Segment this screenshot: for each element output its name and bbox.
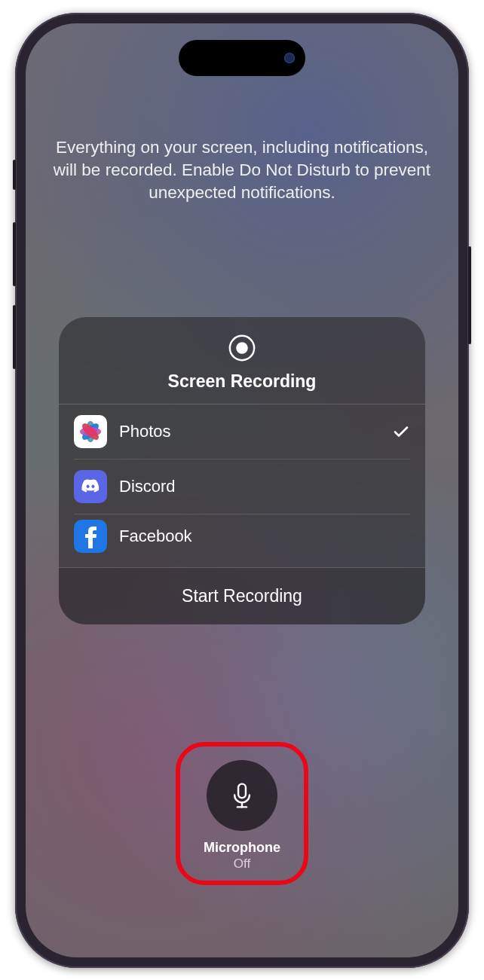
start-recording-label: Start Recording: [182, 586, 302, 606]
microphone-highlight: Microphone Off: [176, 742, 308, 885]
card-title: Screen Recording: [59, 371, 425, 392]
photos-app-icon: [74, 415, 107, 448]
camera-dot-icon: [284, 53, 295, 63]
app-option-photos[interactable]: Photos: [74, 405, 410, 459]
app-option-label: Discord: [119, 477, 410, 496]
dynamic-island: [179, 40, 305, 76]
discord-app-icon: [74, 470, 107, 503]
record-icon: [228, 334, 256, 362]
card-header: Screen Recording: [59, 317, 425, 405]
frame-side-button: [468, 246, 471, 344]
screen-recording-card: Screen Recording: [59, 317, 425, 624]
app-option-discord[interactable]: Discord: [74, 459, 410, 514]
facebook-app-icon: [74, 520, 107, 553]
frame-side-button: [13, 222, 16, 286]
checkmark-icon: [392, 423, 410, 441]
microphone-state: Off: [204, 856, 280, 872]
iphone-frame: Everything on your screen, including not…: [15, 13, 469, 968]
svg-point-1: [236, 342, 248, 354]
microphone-title: Microphone: [204, 840, 280, 856]
app-option-label: Facebook: [119, 527, 410, 546]
frame-side-button: [13, 160, 16, 190]
screen: Everything on your screen, including not…: [26, 23, 458, 957]
recording-target-list[interactable]: Photos Discord: [59, 405, 425, 567]
app-option-facebook[interactable]: Facebook: [74, 514, 410, 545]
app-option-label: Photos: [119, 422, 380, 441]
microphone-toggle-button[interactable]: [207, 760, 277, 831]
microphone-labels: Microphone Off: [204, 840, 280, 872]
start-recording-button[interactable]: Start Recording: [59, 567, 425, 624]
microphone-icon: [225, 779, 259, 812]
svg-rect-10: [238, 783, 246, 798]
recording-disclaimer-text: Everything on your screen, including not…: [53, 136, 431, 204]
frame-side-button: [13, 305, 16, 369]
